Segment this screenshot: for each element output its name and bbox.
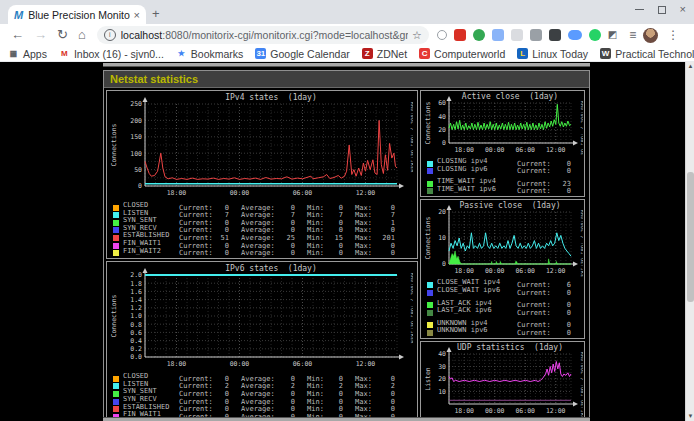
browser-menu-area: ◩ ≡ ⋮ bbox=[603, 26, 681, 44]
extension-speaker[interactable] bbox=[530, 29, 542, 41]
back-button[interactable]: ← bbox=[11, 26, 24, 44]
legend-name: LISTEN bbox=[123, 210, 179, 218]
legend-name: SYN_RECV bbox=[123, 396, 179, 404]
address-bar[interactable]: i localhost:8080/monitorix-cgi/monitorix… bbox=[97, 26, 429, 44]
scrollbar-thumb[interactable] bbox=[687, 172, 694, 302]
svg-text:250: 250 bbox=[130, 100, 142, 108]
forward-button[interactable]: → bbox=[34, 26, 47, 44]
bookmark-apps[interactable]: ▦ Apps bbox=[8, 48, 47, 60]
svg-text:Passive close (1day): Passive close (1day) bbox=[459, 201, 560, 210]
ipv6-states-graph[interactable]: 18:0000:0006:0012:000.00.20.40.60.81.01.… bbox=[109, 263, 413, 371]
svg-text:50: 50 bbox=[134, 166, 142, 174]
home-button[interactable]: ⌂ bbox=[78, 26, 86, 44]
passive-close-panel: 18:0000:0006:0012:0001020Passive close (… bbox=[420, 199, 585, 339]
svg-text:0: 0 bbox=[138, 182, 142, 190]
svg-text:00:00: 00:00 bbox=[485, 267, 505, 275]
svg-text:18:00: 18:00 bbox=[167, 189, 187, 197]
svg-text:100: 100 bbox=[130, 150, 142, 158]
svg-text:18:00: 18:00 bbox=[454, 406, 474, 414]
page-scrollbar[interactable]: ▲ ▼ bbox=[685, 62, 694, 421]
legend-name: CLOSE_WAIT ipv6 bbox=[437, 287, 517, 295]
close-window-button[interactable]: × bbox=[680, 4, 686, 15]
svg-text:1.0: 1.0 bbox=[130, 312, 142, 320]
bookmark-bookmarks[interactable]: ★ Bookmarks bbox=[176, 48, 244, 60]
legend-name: ESTABLISHED bbox=[123, 232, 179, 240]
legend-name: UNKNOWN ipv4 bbox=[437, 320, 517, 328]
maximize-button[interactable] bbox=[658, 6, 666, 14]
legend-row: SYN_SENTCurrent:0Average:0Min:0Max:1 bbox=[113, 217, 417, 225]
svg-text:RRDTOOL / TOBI OETIKER: RRDTOOL / TOBI OETIKER bbox=[410, 102, 413, 173]
bookmark-google-calendar[interactable]: 31 Google Calendar bbox=[255, 48, 349, 60]
monitorix-page: Netstat statistics 18:0000:0006:0012:000… bbox=[0, 62, 694, 421]
legend-row: CLOSEDCurrent:0Average:0Min:0Max:0 bbox=[113, 202, 417, 210]
legend-row: LAST_ACK ipv4Current:0 bbox=[427, 300, 584, 308]
svg-text:20: 20 bbox=[438, 375, 446, 383]
extension-messenger[interactable] bbox=[568, 30, 582, 40]
page-info-icon[interactable]: i bbox=[104, 29, 116, 41]
udp-statistics-panel: 18:0000:0006:0012:0010203040UDP statisti… bbox=[420, 341, 585, 421]
tab-close-icon[interactable]: × bbox=[134, 9, 140, 21]
legend-row: CLOSING ipv4Current:0 bbox=[427, 158, 584, 166]
legend-name: CLOSING ipv4 bbox=[437, 158, 517, 166]
svg-text:IPv6 states (1day): IPv6 states (1day) bbox=[225, 264, 317, 273]
active-close-graph[interactable]: 18:0000:0006:0012:000204060Active close … bbox=[423, 92, 583, 156]
udp-statistics-graph[interactable]: 18:0000:0006:0012:0010203040UDP statisti… bbox=[423, 343, 583, 417]
extension-whatsapp[interactable] bbox=[589, 29, 601, 41]
bookmark-zdnet[interactable]: Z ZDNet bbox=[362, 48, 407, 60]
svg-text:Connections: Connections bbox=[110, 295, 118, 338]
extension-light-square[interactable] bbox=[511, 29, 523, 41]
bookmark-computerworld[interactable]: C Computerworld bbox=[419, 48, 505, 60]
extension-globe[interactable] bbox=[473, 29, 485, 41]
svg-text:Connections: Connections bbox=[424, 217, 432, 260]
bookmark-inbox[interactable]: M Inbox (16) - sjvn0... bbox=[59, 48, 164, 60]
legend-row: SYN_RECVCurrent:0Average:0Min:0Max:0 bbox=[113, 225, 417, 233]
bookmark-practical-technology[interactable]: W Practical Technol... bbox=[600, 48, 694, 60]
svg-text:12:00: 12:00 bbox=[546, 146, 566, 154]
legend-row: ESTABLISHEDCurrent:0Average:0Min:0Max:0 bbox=[113, 404, 417, 412]
new-tab-button[interactable]: + bbox=[152, 6, 160, 21]
svg-text:00:00: 00:00 bbox=[485, 406, 505, 414]
reload-button[interactable]: ↻ bbox=[57, 26, 68, 44]
legend-row: CLOSE_WAIT ipv6Current:0 bbox=[427, 287, 584, 295]
ipv6-states-panel: 18:0000:0006:0012:000.00.20.40.60.81.01.… bbox=[106, 261, 418, 421]
legend-row: LISTENCurrent:7Average:7Min:7Max:7 bbox=[113, 210, 417, 218]
svg-text:0: 0 bbox=[442, 139, 446, 147]
legend-row: TIME_WAIT ipv4Current:23 bbox=[427, 178, 584, 186]
section-title: Netstat statistics bbox=[104, 71, 589, 88]
legend-name: CLOSED bbox=[123, 373, 179, 381]
bookmark-linux-today[interactable]: L Linux Today bbox=[517, 48, 588, 60]
legend-swatch bbox=[427, 330, 433, 336]
passive-close-graph[interactable]: 18:0000:0006:0012:0001020Passive close (… bbox=[423, 201, 583, 277]
extension-mail-checker[interactable] bbox=[454, 29, 466, 41]
legend-row: SYN_RECVCurrent:0Average:0Min:0Max:0 bbox=[113, 396, 417, 404]
svg-text:200: 200 bbox=[130, 117, 142, 125]
bookmarks-bar: ▦ Apps M Inbox (16) - sjvn0... ★ Bookmar… bbox=[0, 46, 694, 62]
scroll-down-icon[interactable]: ▼ bbox=[686, 412, 694, 421]
netstat-section: Netstat statistics 18:0000:0006:0012:000… bbox=[103, 70, 590, 421]
svg-text:40: 40 bbox=[438, 113, 446, 121]
browser-menu-icon[interactable]: ⋮ bbox=[667, 28, 679, 42]
svg-text:UDP statistics (1day): UDP statistics (1day) bbox=[457, 343, 563, 352]
svg-text:IPv4 states (1day): IPv4 states (1day) bbox=[225, 93, 317, 102]
extension-search[interactable] bbox=[437, 30, 447, 40]
extensions-puzzle-icon[interactable]: ◩ bbox=[608, 26, 617, 44]
svg-text:18:00: 18:00 bbox=[454, 267, 474, 275]
minimize-button[interactable] bbox=[635, 9, 644, 11]
bookmark-star-icon[interactable]: ☆ bbox=[412, 29, 422, 42]
legend-row: CLOSEDCurrent:0Average:0Min:0Max:0 bbox=[113, 373, 417, 381]
legend-name: UNKNOWN ipv6 bbox=[437, 327, 517, 335]
profile-avatar[interactable] bbox=[643, 28, 658, 43]
extension-dark-square[interactable] bbox=[549, 29, 561, 41]
extension-pages[interactable] bbox=[492, 29, 504, 41]
navigation-bar: ← → ↻ ⌂ i localhost:8080/monitorix-cgi/m… bbox=[0, 24, 694, 46]
svg-text:1.4: 1.4 bbox=[130, 296, 142, 304]
svg-text:06:00: 06:00 bbox=[515, 267, 535, 275]
svg-text:RRDTOOL / TOBI OETIKER: RRDTOOL / TOBI OETIKER bbox=[410, 273, 413, 344]
browser-tab[interactable]: M Blue Precision Monitorix × bbox=[8, 5, 146, 24]
legend-row: UNKNOWN ipv6Current:0 bbox=[427, 327, 584, 335]
svg-text:00:00: 00:00 bbox=[230, 189, 250, 197]
sidebar-list-icon[interactable]: ≡ bbox=[629, 28, 636, 42]
ipv4-states-graph[interactable]: 18:0000:0006:0012:00050100150200250IPv4 … bbox=[109, 92, 413, 200]
svg-text:1.2: 1.2 bbox=[130, 304, 142, 312]
scroll-up-icon[interactable]: ▲ bbox=[686, 62, 694, 71]
